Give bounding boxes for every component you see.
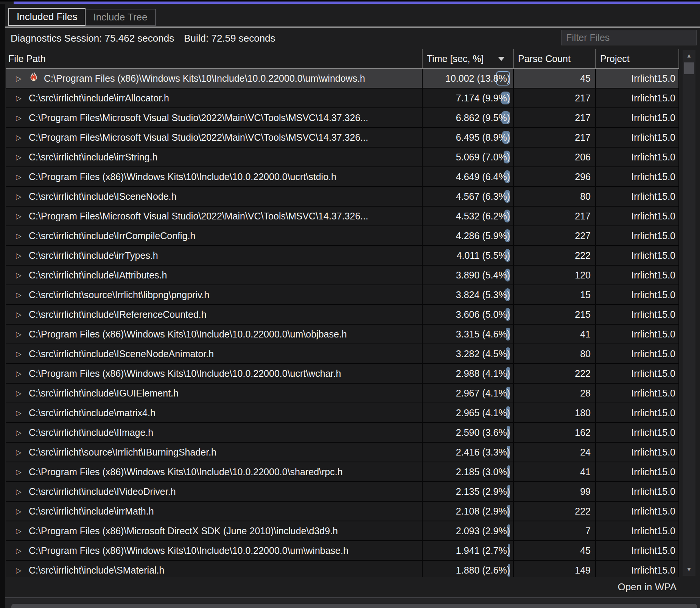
expand-arrow-icon[interactable]: ▷ [16,566,22,575]
table-row[interactable]: ▷ C:\Program Files (x86)\Microsoft Direc… [6,521,679,541]
file-path: C:\src\irrlicht\include\irrTypes.h [29,250,158,261]
project-value: Irrlicht15.0 [596,403,679,422]
expand-arrow-icon[interactable]: ▷ [16,251,22,260]
time-value: 3.824 (5.3%) [456,285,510,304]
table-row[interactable]: ▷ C:\src\irrlicht\include\SMaterial.h 1.… [6,561,679,577]
column-header-time[interactable]: Time [sec, %] [423,49,514,68]
table-row[interactable]: ▷ C:\Program Files (x86)\Windows Kits\10… [6,364,679,384]
table-row[interactable]: ▷ C:\Program Files\Microsoft Visual Stud… [6,128,679,148]
session-summary: Diagnostics Session: 75.462 secondsBuild… [11,33,285,44]
project-value: Irrlicht15.0 [596,502,679,521]
expand-arrow-icon[interactable]: ▷ [16,409,22,417]
table-row[interactable]: ▷ C:\Program Files (x86)\Windows Kits\10… [6,69,679,89]
expand-arrow-icon[interactable]: ▷ [16,232,22,240]
table-row[interactable]: ▷ C:\src\irrlicht\include\ISceneNode.h 4… [6,187,679,207]
parse-count-value: 217 [514,89,596,107]
expand-arrow-icon[interactable]: ▷ [16,212,22,221]
expand-arrow-icon[interactable]: ▷ [16,350,22,358]
column-header-project[interactable]: Project [596,49,679,68]
tab-bar: Included Files Include Tree [8,8,156,26]
expand-arrow-icon[interactable]: ▷ [16,114,22,122]
table-row[interactable]: ▷ C:\src\irrlicht\include\IReferenceCoun… [6,305,679,325]
parse-count-value: 217 [514,128,596,147]
expand-arrow-icon[interactable]: ▷ [16,369,22,378]
column-header-parse-count[interactable]: Parse Count [514,49,596,68]
table-row[interactable]: ▷ C:\src\irrlicht\include\IAttributes.h … [6,266,679,285]
horizontal-scrollbar[interactable] [5,598,700,608]
table-row[interactable]: ▷ C:\Program Files\Microsoft Visual Stud… [6,207,679,226]
table-row[interactable]: ▷ C:\Program Files (x86)\Windows Kits\10… [6,167,679,187]
expand-arrow-icon[interactable]: ▷ [16,192,22,201]
parse-count-value: 222 [514,502,596,521]
tabstrip-divider [5,26,700,28]
expand-arrow-icon[interactable]: ▷ [16,428,22,437]
table-row[interactable]: ▷ C:\src\irrlicht\include\irrString.h 5.… [6,148,679,167]
file-path: C:\src\irrlicht\include\IImage.h [29,427,153,438]
file-path: C:\src\irrlicht\source\Irrlicht\libpng\p… [29,289,209,300]
expand-arrow-icon[interactable]: ▷ [16,527,22,535]
time-value: 7.174 (9.9%) [456,89,510,107]
parse-count-value: 296 [514,167,596,186]
expand-arrow-icon[interactable]: ▷ [16,507,22,516]
table-row[interactable]: ▷ C:\src\irrlicht\include\irrTypes.h 4.0… [6,246,679,266]
expand-arrow-icon[interactable]: ▷ [16,291,22,299]
filter-files-input[interactable] [561,30,697,45]
expand-arrow-icon[interactable]: ▷ [16,133,22,142]
parse-count-value: 217 [514,207,596,225]
table-row[interactable]: ▷ C:\src\irrlicht\include\irrMath.h 2.10… [6,502,679,521]
time-value: 4.011 (5.5%) [457,246,510,265]
table-row[interactable]: ▷ C:\src\irrlicht\include\ISceneNodeAnim… [6,344,679,364]
horizontal-scrollbar-thumb[interactable] [11,604,697,608]
column-header-file-path[interactable]: File Path [6,49,423,68]
file-path: C:\src\irrlicht\include\ISceneNodeAnimat… [29,348,214,359]
expand-arrow-icon[interactable]: ▷ [16,94,22,103]
tab-included-files[interactable]: Included Files [8,8,86,26]
expand-arrow-icon[interactable]: ▷ [16,546,22,555]
table-row[interactable]: ▷ C:\src\irrlicht\include\matrix4.h 2.96… [6,403,679,423]
time-value: 2.965 (4.1%) [456,403,510,422]
table-row[interactable]: ▷ C:\src\irrlicht\source\Irrlicht\libpng… [6,285,679,305]
project-value: Irrlicht15.0 [596,423,679,442]
expand-arrow-icon[interactable]: ▷ [16,271,22,280]
sort-descending-icon [498,57,505,61]
expand-arrow-icon[interactable]: ▷ [16,448,22,457]
table-row[interactable]: ▷ C:\src\irrlicht\include\IrrCompileConf… [6,226,679,246]
parse-count-value: 15 [514,285,596,304]
expand-arrow-icon[interactable]: ▷ [16,310,22,319]
vertical-scrollbar[interactable]: ▲ ▼ [683,50,695,576]
table-row[interactable]: ▷ C:\src\irrlicht\include\IGUIElement.h … [6,384,679,403]
expand-arrow-icon[interactable]: ▷ [16,487,22,496]
window-left-edge [0,4,5,608]
expand-arrow-icon[interactable]: ▷ [16,468,22,476]
expand-arrow-icon[interactable]: ▷ [16,173,22,181]
table-row[interactable]: ▷ C:\Program Files (x86)\Windows Kits\10… [6,325,679,344]
scrollbar-thumb[interactable] [684,62,694,74]
expand-arrow-icon[interactable]: ▷ [16,153,22,162]
expand-arrow-icon[interactable]: ▷ [16,330,22,339]
tab-include-tree[interactable]: Include Tree [86,9,156,26]
table-row[interactable]: ▷ C:\Program Files (x86)\Windows Kits\10… [6,462,679,482]
parse-count-value: 41 [514,325,596,344]
time-value: 4.286 (5.9%) [456,226,510,245]
expand-arrow-icon[interactable]: ▷ [16,74,22,83]
file-path: C:\Program Files (x86)\Windows Kits\10\I… [29,466,343,477]
scroll-down-icon[interactable]: ▼ [683,564,695,574]
table-row[interactable]: ▷ C:\Program Files\Microsoft Visual Stud… [6,108,679,128]
table-row[interactable]: ▷ C:\src\irrlicht\include\IImage.h 2.590… [6,423,679,443]
parse-count-value: 7 [514,521,596,540]
project-value: Irrlicht15.0 [596,384,679,403]
time-value: 2.416 (3.3%) [456,443,510,462]
parse-count-value: 222 [514,246,596,265]
expand-arrow-icon[interactable]: ▷ [16,389,22,398]
table-row[interactable]: ▷ C:\Program Files (x86)\Windows Kits\10… [6,541,679,561]
table-row[interactable]: ▷ C:\src\irrlicht\include\irrAllocator.h… [6,89,679,108]
project-value: Irrlicht15.0 [596,521,679,540]
table-row[interactable]: ▷ C:\src\irrlicht\source\Irrlicht\IBurni… [6,443,679,462]
time-value: 6.495 (8.9%) [456,128,510,147]
scroll-up-icon[interactable]: ▲ [683,51,695,61]
table-row[interactable]: ▷ C:\src\irrlicht\include\IVideoDriver.h… [6,482,679,502]
open-in-wpa-link[interactable]: Open in WPA [618,581,677,593]
time-value: 1.941 (2.7%) [456,541,510,560]
project-value: Irrlicht15.0 [596,462,679,481]
file-path: C:\Program Files (x86)\Windows Kits\10\I… [29,171,336,182]
